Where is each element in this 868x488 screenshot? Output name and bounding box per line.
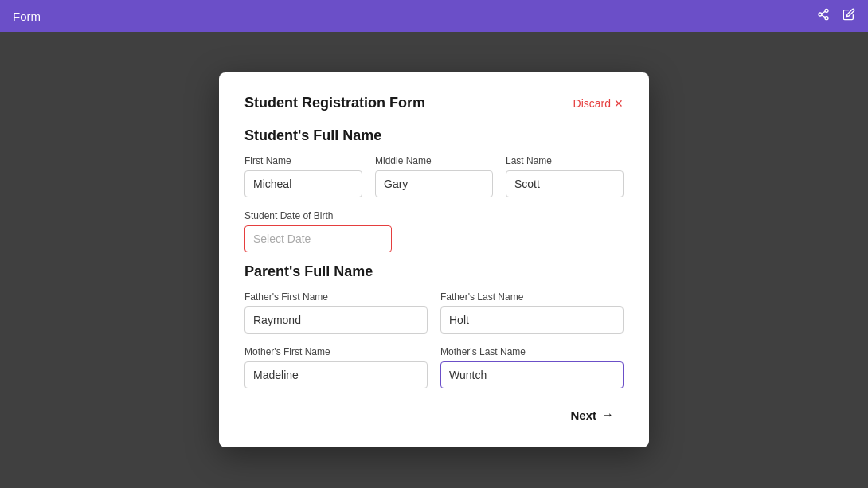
dob-group: Student Date of Birth xyxy=(244,210,624,252)
student-name-row: First Name Middle Name Last Name xyxy=(244,155,624,197)
svg-line-4 xyxy=(822,11,826,14)
middle-name-group: Middle Name xyxy=(375,155,493,197)
mother-last-label: Mother's Last Name xyxy=(440,346,624,357)
discard-button[interactable]: Discard ✕ xyxy=(573,97,624,110)
mother-first-label: Mother's First Name xyxy=(244,346,428,357)
mother-name-row: Mother's First Name Mother's Last Name xyxy=(244,346,624,388)
modal: Student Registration Form Discard ✕ Stud… xyxy=(219,72,649,447)
next-label: Next xyxy=(570,408,596,422)
svg-line-3 xyxy=(822,15,826,18)
modal-footer: Next → xyxy=(244,401,624,428)
mother-last-group: Mother's Last Name xyxy=(440,346,624,388)
discard-icon: ✕ xyxy=(614,97,624,110)
navbar-title: Form xyxy=(13,10,41,23)
father-last-group: Father's Last Name xyxy=(440,291,624,334)
next-arrow-icon: → xyxy=(601,408,614,422)
dob-label: Student Date of Birth xyxy=(244,210,624,221)
father-name-row: Father's First Name Father's Last Name xyxy=(244,291,624,334)
student-name-heading: Student's Full Name xyxy=(244,127,624,144)
modal-header: Student Registration Form Discard ✕ xyxy=(244,95,624,111)
first-name-label: First Name xyxy=(244,155,362,166)
father-last-input[interactable] xyxy=(440,306,624,334)
mother-first-group: Mother's First Name xyxy=(244,346,428,388)
first-name-group: First Name xyxy=(244,155,362,197)
background-overlay: Student Registration Form Discard ✕ Stud… xyxy=(0,32,868,488)
dob-input[interactable] xyxy=(244,225,392,252)
mother-first-input[interactable] xyxy=(244,361,428,388)
father-first-input[interactable] xyxy=(244,306,428,334)
navbar-icons xyxy=(817,8,855,24)
last-name-input[interactable] xyxy=(506,170,624,197)
father-first-label: Father's First Name xyxy=(244,291,428,303)
father-first-group: Father's First Name xyxy=(244,291,428,334)
middle-name-input[interactable] xyxy=(375,170,493,197)
edit-icon[interactable] xyxy=(843,8,855,24)
mother-last-input[interactable] xyxy=(440,361,624,388)
last-name-label: Last Name xyxy=(506,155,624,166)
share-icon[interactable] xyxy=(817,8,830,24)
parent-name-heading: Parent's Full Name xyxy=(244,264,624,280)
next-button[interactable]: Next → xyxy=(561,401,624,428)
first-name-input[interactable] xyxy=(244,170,362,197)
modal-title: Student Registration Form xyxy=(244,95,425,111)
discard-label: Discard xyxy=(573,97,611,110)
father-last-label: Father's Last Name xyxy=(440,291,624,303)
middle-name-label: Middle Name xyxy=(375,155,493,166)
navbar: Form xyxy=(0,0,868,32)
last-name-group: Last Name xyxy=(506,155,624,197)
